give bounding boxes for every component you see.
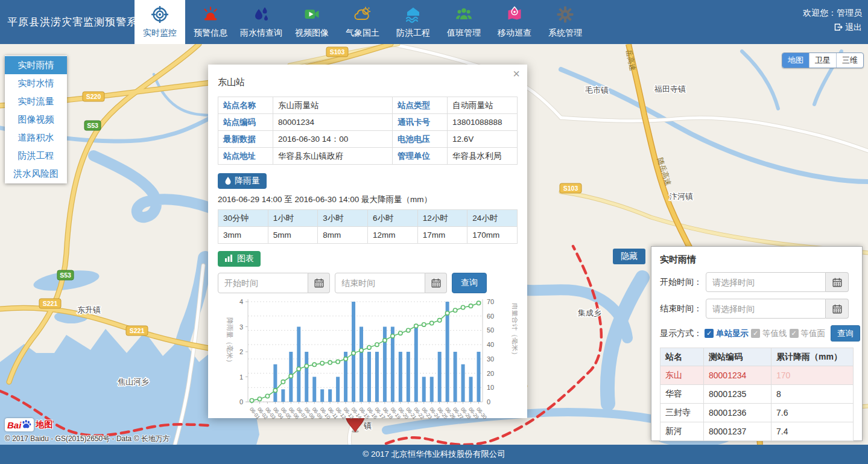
table-row[interactable]: 三封寺 80001236 7.6 [661,404,854,422]
display-mode-label: 显示方式： [660,328,702,339]
sidebar-item-realtime-rain[interactable]: 实时雨情 [5,56,67,74]
panel-query-button[interactable]: 查询 [831,325,860,342]
map-type-switch: 地图 卫星 三维 [782,52,864,68]
info-value: 2016-06-30 14：00 [273,131,393,148]
panel-end-input[interactable] [706,299,826,319]
road-badge-s103: S103 [330,48,345,56]
chart-toggle-label: 图表 [237,253,254,264]
page-footer: © 2017 北京恒华伟业科技股份有限公司 [0,445,868,464]
sidebar-item-realtime-water[interactable]: 实时水情 [5,74,67,92]
people-icon [455,5,473,26]
info-value: 13801088888 [448,114,518,131]
station-rain: 7.4 [771,422,854,441]
rain-header: 12小时 [417,210,467,227]
map-type-satellite[interactable]: 卫星 [809,53,836,68]
rain-value: 8mm [318,227,368,244]
nav-item-label: 移动巡查 [498,28,531,39]
monitor-target-icon [151,5,169,26]
svg-text:2: 2 [239,348,243,355]
flood-house-icon [404,5,422,26]
nav-item-label: 防洪工程 [396,28,430,39]
panel-end-row: 结束时间： [660,299,854,319]
sidebar-item-road-water[interactable]: 道路积水 [5,129,67,147]
checkbox-isosurface[interactable] [790,329,799,338]
info-label: 站点编码 [218,114,273,131]
nav-item-realtime-monitor[interactable]: 实时监控 [135,0,185,44]
station-code: 80001237 [704,422,771,441]
nav-menu: 实时监控 预警信息 雨水情查询 视频图像 气象国土 防洪工程 值班管理 移动巡 [135,0,591,44]
rain-header: 6小时 [367,210,417,227]
panel-start-group [706,272,849,292]
rainfall-caption: 2016-06-29 14:00 至 2016-06-30 14:00 最大降雨… [218,194,518,205]
checkbox-label-isoline[interactable]: 等值线 [762,328,787,339]
svg-text:20: 20 [487,370,494,377]
station-name: 三封寺 [661,404,704,422]
start-time-label: 开始时间： [660,277,706,288]
nav-item-system-management[interactable]: 系统管理 [540,0,591,44]
end-time-input[interactable] [335,273,425,293]
nav-item-duty-management[interactable]: 值班管理 [439,0,489,44]
rain-value: 170mm [467,227,518,244]
nav-item-weather-land[interactable]: 气象国土 [337,0,388,44]
sidebar-item-flood-risk-map[interactable]: 洪水风险图 [5,165,67,183]
calendar-icon[interactable] [425,273,447,293]
rain-header: 1小时 [268,210,318,227]
svg-text:40: 40 [487,341,494,348]
map-type-map[interactable]: 地图 [782,53,809,68]
bar-chart-icon [224,254,233,264]
sidebar-item-image-video[interactable]: 图像视频 [5,110,67,129]
raindrops-icon [252,5,270,26]
station-detail-modal: × 东山站 站点名称东山雨量站 站点类型自动雨量站 站点编码80001234 通… [208,65,527,418]
info-value: 东山雨量站 [273,97,393,114]
station-name: 华容 [661,385,704,404]
calendar-icon[interactable] [826,272,849,292]
calendar-icon[interactable] [308,273,330,293]
table-header: 累计降雨（mm） [771,348,854,366]
nav-item-mobile-inspection[interactable]: 移动巡查 [489,0,540,44]
table-row[interactable]: 华容 80001235 8 [661,385,854,404]
start-time-input[interactable] [218,273,308,293]
logout-button[interactable]: 退出 [834,22,862,33]
calendar-icon[interactable] [826,299,849,319]
nav-item-rain-water-query[interactable]: 雨水情查询 [236,0,287,44]
nav-item-video-image[interactable]: 视频图像 [287,0,337,44]
sidebar-item-realtime-flow[interactable]: 实时流量 [5,92,67,110]
station-info-table: 站点名称东山雨量站 站点类型自动雨量站 站点编码80001234 通讯卡号138… [218,97,518,165]
panel-start-input[interactable] [706,272,826,292]
svg-text:0: 0 [239,398,243,405]
nav-user-area: 欢迎您：管理员 退出 [803,8,862,33]
sidebar-item-flood-project[interactable]: 防洪工程 [5,147,67,165]
road-badge-s103: S103 [563,185,578,192]
rainfall-badge-label: 降雨量 [235,176,260,186]
info-label: 通讯卡号 [393,114,448,131]
nav-item-label: 视频图像 [295,28,329,39]
modal-query-button[interactable]: 查询 [452,273,487,293]
map-type-3d[interactable]: 三维 [836,53,863,68]
rain-header: 3小时 [318,210,368,227]
checkbox-label-isosurface[interactable]: 等值面 [801,328,826,339]
info-value: 华容县水利局 [448,148,518,165]
end-time-label: 结束时间： [660,304,706,314]
svg-text:50: 50 [487,326,494,334]
nav-item-label: 实时监控 [143,28,177,39]
map-attribution: © 2017 Baidu - GS(2015)2650号 - Data © 长地… [5,434,170,444]
nav-item-label: 值班管理 [447,28,481,39]
town-label: 集成乡 [578,308,601,317]
close-icon[interactable]: × [513,67,520,81]
nav-item-flood-engineering[interactable]: 防洪工程 [388,0,439,44]
station-rain: 170 [771,366,854,385]
table-row[interactable]: 新河 80001237 7.4 [661,422,854,441]
chart-toggle-button[interactable]: 图表 [218,251,261,267]
table-row[interactable]: 东山 80001234 170 [661,366,854,385]
checkbox-label-single[interactable]: 单站显示 [716,328,749,339]
panel-start-row: 开始时间： [660,272,854,292]
town-label: 东升镇 [77,305,101,314]
nav-item-warning-info[interactable]: 预警信息 [185,0,236,44]
rainfall-badge-button[interactable]: 降雨量 [218,173,267,189]
hide-panel-button[interactable]: 隐藏 [613,249,645,264]
info-label: 最新数据 [218,131,273,148]
checkbox-isoline[interactable] [751,329,760,338]
info-value: 80001234 [273,114,393,131]
station-name: 新河 [661,422,704,441]
checkbox-single-station[interactable] [705,329,714,338]
